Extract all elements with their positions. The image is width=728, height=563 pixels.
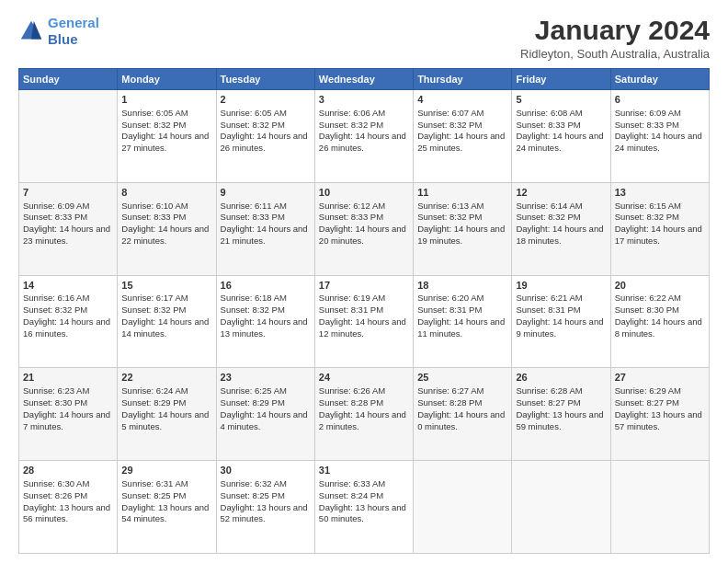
subtitle: Ridleyton, South Australia, Australia [520, 47, 710, 61]
calendar-cell: 5Sunrise: 6:08 AM Sunset: 8:33 PM Daylig… [512, 90, 610, 183]
calendar-cell: 31Sunrise: 6:33 AM Sunset: 8:24 PM Dayli… [314, 461, 413, 554]
day-header-wednesday: Wednesday [314, 69, 413, 90]
day-info: Sunrise: 6:20 AM Sunset: 8:31 PM Dayligh… [417, 293, 505, 338]
day-info: Sunrise: 6:18 AM Sunset: 8:32 PM Dayligh… [221, 293, 308, 338]
calendar-week-row: 14Sunrise: 6:16 AM Sunset: 8:32 PM Dayli… [19, 275, 710, 368]
calendar-cell: 11Sunrise: 6:13 AM Sunset: 8:32 PM Dayli… [414, 182, 512, 275]
day-number: 4 [417, 93, 507, 107]
calendar-cell: 3Sunrise: 6:06 AM Sunset: 8:32 PM Daylig… [314, 90, 413, 183]
day-info: Sunrise: 6:28 AM Sunset: 8:27 PM Dayligh… [516, 385, 603, 431]
day-info: Sunrise: 6:12 AM Sunset: 8:33 PM Dayligh… [319, 201, 406, 246]
calendar-cell: 25Sunrise: 6:27 AM Sunset: 8:28 PM Dayli… [414, 368, 512, 461]
calendar-cell: 28Sunrise: 6:30 AM Sunset: 8:26 PM Dayli… [19, 461, 118, 554]
calendar-week-row: 7Sunrise: 6:09 AM Sunset: 8:33 PM Daylig… [19, 182, 710, 275]
day-number: 25 [417, 371, 507, 385]
day-number: 15 [121, 279, 211, 293]
day-header-monday: Monday [118, 69, 216, 90]
day-info: Sunrise: 6:19 AM Sunset: 8:31 PM Dayligh… [319, 293, 406, 338]
calendar-cell: 10Sunrise: 6:12 AM Sunset: 8:33 PM Dayli… [314, 182, 413, 275]
svg-marker-1 [31, 21, 41, 40]
day-info: Sunrise: 6:10 AM Sunset: 8:33 PM Dayligh… [121, 201, 209, 246]
day-info: Sunrise: 6:14 AM Sunset: 8:32 PM Dayligh… [516, 201, 603, 246]
calendar-cell [19, 90, 118, 183]
day-info: Sunrise: 6:27 AM Sunset: 8:28 PM Dayligh… [417, 385, 505, 431]
day-info: Sunrise: 6:30 AM Sunset: 8:26 PM Dayligh… [23, 478, 110, 523]
calendar-cell: 26Sunrise: 6:28 AM Sunset: 8:27 PM Dayli… [512, 368, 610, 461]
calendar-week-row: 21Sunrise: 6:23 AM Sunset: 8:30 PM Dayli… [19, 368, 710, 461]
day-number: 7 [23, 186, 113, 200]
day-header-tuesday: Tuesday [216, 69, 314, 90]
day-number: 6 [615, 93, 705, 107]
day-info: Sunrise: 6:25 AM Sunset: 8:29 PM Dayligh… [221, 385, 308, 431]
calendar-cell: 2Sunrise: 6:05 AM Sunset: 8:32 PM Daylig… [216, 90, 314, 183]
day-number: 11 [417, 186, 507, 200]
main-title: January 2024 [520, 15, 710, 45]
logo-blue: Blue [48, 31, 99, 48]
calendar-cell: 9Sunrise: 6:11 AM Sunset: 8:33 PM Daylig… [216, 182, 314, 275]
day-info: Sunrise: 6:05 AM Sunset: 8:32 PM Dayligh… [121, 108, 209, 153]
day-header-friday: Friday [512, 69, 610, 90]
day-number: 14 [23, 279, 113, 293]
calendar-cell: 4Sunrise: 6:07 AM Sunset: 8:32 PM Daylig… [414, 90, 512, 183]
day-number: 28 [23, 464, 113, 477]
day-number: 8 [121, 186, 211, 200]
day-info: Sunrise: 6:15 AM Sunset: 8:32 PM Dayligh… [615, 201, 702, 246]
calendar-cell: 13Sunrise: 6:15 AM Sunset: 8:32 PM Dayli… [610, 182, 709, 275]
calendar-week-row: 1Sunrise: 6:05 AM Sunset: 8:32 PM Daylig… [19, 90, 710, 183]
day-info: Sunrise: 6:08 AM Sunset: 8:33 PM Dayligh… [516, 108, 603, 153]
calendar-cell: 14Sunrise: 6:16 AM Sunset: 8:32 PM Dayli… [19, 275, 118, 368]
day-number: 13 [615, 186, 705, 200]
day-number: 29 [121, 464, 211, 477]
calendar-cell: 15Sunrise: 6:17 AM Sunset: 8:32 PM Dayli… [118, 275, 216, 368]
page: General Blue January 2024 Ridleyton, Sou… [0, 0, 728, 563]
day-header-sunday: Sunday [19, 69, 118, 90]
calendar-cell [610, 461, 709, 554]
day-number: 27 [615, 371, 705, 385]
title-section: January 2024 Ridleyton, South Australia,… [520, 15, 710, 61]
calendar-cell [512, 461, 610, 554]
header: General Blue January 2024 Ridleyton, Sou… [18, 15, 710, 61]
logo-icon [18, 18, 44, 44]
calendar-cell: 24Sunrise: 6:26 AM Sunset: 8:28 PM Dayli… [314, 368, 413, 461]
calendar-cell: 30Sunrise: 6:32 AM Sunset: 8:25 PM Dayli… [216, 461, 314, 554]
day-number: 31 [319, 464, 409, 477]
day-info: Sunrise: 6:11 AM Sunset: 8:33 PM Dayligh… [221, 201, 308, 246]
calendar-cell [414, 461, 512, 554]
day-number: 22 [121, 371, 211, 385]
day-number: 3 [319, 93, 409, 107]
day-info: Sunrise: 6:06 AM Sunset: 8:32 PM Dayligh… [319, 108, 406, 153]
day-number: 17 [319, 279, 409, 293]
day-number: 2 [221, 93, 311, 107]
calendar-cell: 6Sunrise: 6:09 AM Sunset: 8:33 PM Daylig… [610, 90, 709, 183]
calendar-cell: 27Sunrise: 6:29 AM Sunset: 8:27 PM Dayli… [610, 368, 709, 461]
logo: General Blue [18, 15, 99, 48]
day-number: 30 [221, 464, 311, 477]
calendar-cell: 1Sunrise: 6:05 AM Sunset: 8:32 PM Daylig… [118, 90, 216, 183]
day-number: 19 [516, 279, 606, 293]
day-number: 9 [221, 186, 311, 200]
day-info: Sunrise: 6:22 AM Sunset: 8:30 PM Dayligh… [615, 293, 702, 338]
day-number: 12 [516, 186, 606, 200]
calendar-cell: 19Sunrise: 6:21 AM Sunset: 8:31 PM Dayli… [512, 275, 610, 368]
day-info: Sunrise: 6:23 AM Sunset: 8:30 PM Dayligh… [23, 385, 110, 431]
logo-general: General [48, 15, 99, 30]
calendar-cell: 17Sunrise: 6:19 AM Sunset: 8:31 PM Dayli… [314, 275, 413, 368]
day-info: Sunrise: 6:31 AM Sunset: 8:25 PM Dayligh… [121, 478, 209, 523]
day-number: 23 [221, 371, 311, 385]
day-header-saturday: Saturday [610, 69, 709, 90]
calendar-cell: 18Sunrise: 6:20 AM Sunset: 8:31 PM Dayli… [414, 275, 512, 368]
day-number: 21 [23, 371, 113, 385]
calendar-cell: 8Sunrise: 6:10 AM Sunset: 8:33 PM Daylig… [118, 182, 216, 275]
calendar-cell: 16Sunrise: 6:18 AM Sunset: 8:32 PM Dayli… [216, 275, 314, 368]
calendar-cell: 20Sunrise: 6:22 AM Sunset: 8:30 PM Dayli… [610, 275, 709, 368]
day-number: 20 [615, 279, 705, 293]
day-number: 5 [516, 93, 606, 107]
calendar-cell: 29Sunrise: 6:31 AM Sunset: 8:25 PM Dayli… [118, 461, 216, 554]
day-info: Sunrise: 6:09 AM Sunset: 8:33 PM Dayligh… [615, 108, 702, 153]
day-info: Sunrise: 6:26 AM Sunset: 8:28 PM Dayligh… [319, 385, 406, 431]
day-number: 24 [319, 371, 409, 385]
day-info: Sunrise: 6:16 AM Sunset: 8:32 PM Dayligh… [23, 293, 110, 338]
calendar-cell: 12Sunrise: 6:14 AM Sunset: 8:32 PM Dayli… [512, 182, 610, 275]
calendar-week-row: 28Sunrise: 6:30 AM Sunset: 8:26 PM Dayli… [19, 461, 710, 554]
day-info: Sunrise: 6:29 AM Sunset: 8:27 PM Dayligh… [615, 385, 702, 431]
